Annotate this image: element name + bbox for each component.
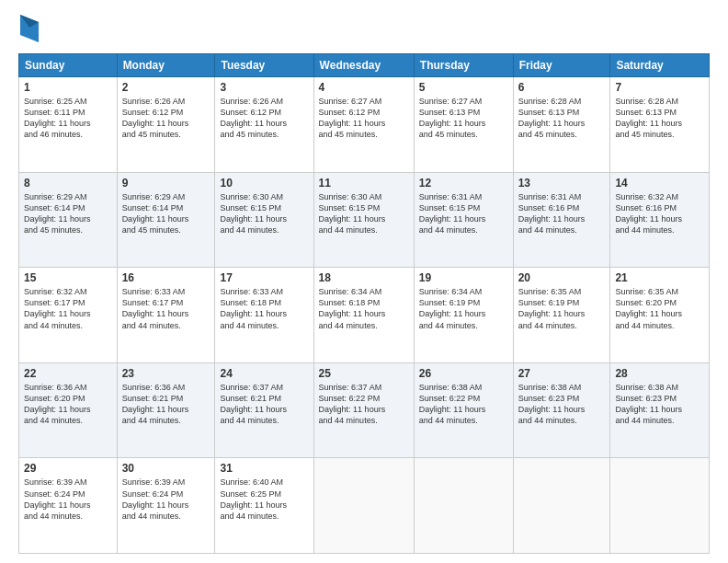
day-info: Sunrise: 6:33 AM Sunset: 6:18 PM Dayligh… [220,286,308,331]
logo-icon [20,15,39,42]
day-info: Sunrise: 6:34 AM Sunset: 6:19 PM Dayligh… [419,286,508,331]
logo [18,15,39,44]
day-number: 24 [220,367,308,380]
day-info: Sunrise: 6:38 AM Sunset: 6:22 PM Dayligh… [419,382,508,427]
day-info: Sunrise: 6:32 AM Sunset: 6:17 PM Dayligh… [24,286,112,331]
calendar-day-cell: 12Sunrise: 6:31 AM Sunset: 6:15 PM Dayli… [414,172,513,268]
day-info: Sunrise: 6:35 AM Sunset: 6:20 PM Dayligh… [615,286,704,331]
day-info: Sunrise: 6:34 AM Sunset: 6:18 PM Dayligh… [319,286,409,331]
calendar-day-cell: 20Sunrise: 6:35 AM Sunset: 6:19 PM Dayli… [513,268,610,363]
calendar-day-cell: 28Sunrise: 6:38 AM Sunset: 6:23 PM Dayli… [610,362,710,458]
calendar-header-thursday: Thursday [414,54,513,77]
calendar-day-cell: 19Sunrise: 6:34 AM Sunset: 6:19 PM Dayli… [414,268,513,363]
day-info: Sunrise: 6:32 AM Sunset: 6:16 PM Dayligh… [615,191,704,236]
day-number: 6 [518,81,606,94]
calendar-day-cell: 9Sunrise: 6:29 AM Sunset: 6:14 PM Daylig… [117,172,215,268]
header [18,15,710,44]
day-info: Sunrise: 6:39 AM Sunset: 6:24 PM Dayligh… [122,477,210,522]
day-info: Sunrise: 6:35 AM Sunset: 6:19 PM Dayligh… [518,286,606,331]
day-number: 15 [24,271,112,284]
day-info: Sunrise: 6:26 AM Sunset: 6:12 PM Dayligh… [220,96,308,141]
day-info: Sunrise: 6:33 AM Sunset: 6:17 PM Dayligh… [122,286,210,331]
day-info: Sunrise: 6:30 AM Sunset: 6:15 PM Dayligh… [220,191,308,236]
day-number: 28 [615,367,704,380]
logo-text [18,15,39,44]
day-number: 3 [220,81,308,94]
day-info: Sunrise: 6:25 AM Sunset: 6:11 PM Dayligh… [24,96,112,141]
day-number: 13 [518,177,606,190]
calendar-day-cell [313,458,414,554]
day-number: 25 [319,367,409,380]
day-info: Sunrise: 6:27 AM Sunset: 6:13 PM Dayligh… [419,96,508,141]
day-number: 4 [319,81,409,94]
calendar-day-cell [610,458,710,554]
day-number: 11 [319,177,409,190]
day-number: 8 [24,177,112,190]
calendar-day-cell: 1Sunrise: 6:25 AM Sunset: 6:11 PM Daylig… [19,77,118,173]
day-number: 7 [615,81,704,94]
day-number: 20 [518,271,606,284]
calendar-header-tuesday: Tuesday [215,54,313,77]
day-info: Sunrise: 6:36 AM Sunset: 6:21 PM Dayligh… [122,382,210,427]
calendar-week-row: 29Sunrise: 6:39 AM Sunset: 6:24 PM Dayli… [19,458,710,554]
day-number: 18 [319,271,409,284]
calendar-day-cell: 4Sunrise: 6:27 AM Sunset: 6:12 PM Daylig… [313,77,414,173]
calendar-day-cell: 23Sunrise: 6:36 AM Sunset: 6:21 PM Dayli… [117,362,215,458]
day-info: Sunrise: 6:37 AM Sunset: 6:21 PM Dayligh… [220,382,308,427]
day-info: Sunrise: 6:31 AM Sunset: 6:15 PM Dayligh… [419,191,508,236]
calendar-day-cell: 15Sunrise: 6:32 AM Sunset: 6:17 PM Dayli… [19,268,118,363]
calendar-day-cell: 6Sunrise: 6:28 AM Sunset: 6:13 PM Daylig… [513,77,610,173]
calendar-week-row: 15Sunrise: 6:32 AM Sunset: 6:17 PM Dayli… [19,268,710,363]
day-number: 9 [122,177,210,190]
calendar-header-row: SundayMondayTuesdayWednesdayThursdayFrid… [19,54,710,77]
calendar-week-row: 1Sunrise: 6:25 AM Sunset: 6:11 PM Daylig… [19,77,710,173]
day-number: 16 [122,271,210,284]
calendar-week-row: 8Sunrise: 6:29 AM Sunset: 6:14 PM Daylig… [19,172,710,268]
day-info: Sunrise: 6:36 AM Sunset: 6:20 PM Dayligh… [24,382,112,427]
day-info: Sunrise: 6:28 AM Sunset: 6:13 PM Dayligh… [518,96,606,141]
day-info: Sunrise: 6:38 AM Sunset: 6:23 PM Dayligh… [615,382,704,427]
day-info: Sunrise: 6:27 AM Sunset: 6:12 PM Dayligh… [319,96,409,141]
calendar-day-cell: 27Sunrise: 6:38 AM Sunset: 6:23 PM Dayli… [513,362,610,458]
calendar-day-cell: 16Sunrise: 6:33 AM Sunset: 6:17 PM Dayli… [117,268,215,363]
day-info: Sunrise: 6:39 AM Sunset: 6:24 PM Dayligh… [24,477,112,522]
day-number: 26 [419,367,508,380]
calendar-header-saturday: Saturday [610,54,710,77]
calendar-day-cell: 31Sunrise: 6:40 AM Sunset: 6:25 PM Dayli… [215,458,313,554]
day-info: Sunrise: 6:40 AM Sunset: 6:25 PM Dayligh… [220,477,308,522]
calendar-day-cell: 26Sunrise: 6:38 AM Sunset: 6:22 PM Dayli… [414,362,513,458]
calendar-day-cell: 17Sunrise: 6:33 AM Sunset: 6:18 PM Dayli… [215,268,313,363]
calendar-day-cell: 5Sunrise: 6:27 AM Sunset: 6:13 PM Daylig… [414,77,513,173]
day-number: 5 [419,81,508,94]
day-number: 12 [419,177,508,190]
calendar-day-cell [414,458,513,554]
calendar-day-cell: 3Sunrise: 6:26 AM Sunset: 6:12 PM Daylig… [215,77,313,173]
calendar-day-cell: 2Sunrise: 6:26 AM Sunset: 6:12 PM Daylig… [117,77,215,173]
calendar-header-wednesday: Wednesday [313,54,414,77]
day-info: Sunrise: 6:38 AM Sunset: 6:23 PM Dayligh… [518,382,606,427]
calendar-day-cell: 11Sunrise: 6:30 AM Sunset: 6:15 PM Dayli… [313,172,414,268]
day-number: 30 [122,462,210,475]
calendar-day-cell: 7Sunrise: 6:28 AM Sunset: 6:13 PM Daylig… [610,77,710,173]
calendar-header-friday: Friday [513,54,610,77]
day-number: 2 [122,81,210,94]
day-number: 31 [220,462,308,475]
calendar-day-cell: 18Sunrise: 6:34 AM Sunset: 6:18 PM Dayli… [313,268,414,363]
calendar-table: SundayMondayTuesdayWednesdayThursdayFrid… [18,53,710,554]
day-info: Sunrise: 6:28 AM Sunset: 6:13 PM Dayligh… [615,96,704,141]
day-info: Sunrise: 6:30 AM Sunset: 6:15 PM Dayligh… [319,191,409,236]
day-number: 23 [122,367,210,380]
day-number: 22 [24,367,112,380]
calendar-day-cell: 22Sunrise: 6:36 AM Sunset: 6:20 PM Dayli… [19,362,118,458]
calendar-day-cell: 24Sunrise: 6:37 AM Sunset: 6:21 PM Dayli… [215,362,313,458]
calendar-day-cell: 14Sunrise: 6:32 AM Sunset: 6:16 PM Dayli… [610,172,710,268]
day-number: 10 [220,177,308,190]
calendar-day-cell: 29Sunrise: 6:39 AM Sunset: 6:24 PM Dayli… [19,458,118,554]
calendar-day-cell: 10Sunrise: 6:30 AM Sunset: 6:15 PM Dayli… [215,172,313,268]
calendar-week-row: 22Sunrise: 6:36 AM Sunset: 6:20 PM Dayli… [19,362,710,458]
day-info: Sunrise: 6:26 AM Sunset: 6:12 PM Dayligh… [122,96,210,141]
day-info: Sunrise: 6:29 AM Sunset: 6:14 PM Dayligh… [122,191,210,236]
day-number: 17 [220,271,308,284]
calendar-day-cell [513,458,610,554]
calendar-day-cell: 13Sunrise: 6:31 AM Sunset: 6:16 PM Dayli… [513,172,610,268]
